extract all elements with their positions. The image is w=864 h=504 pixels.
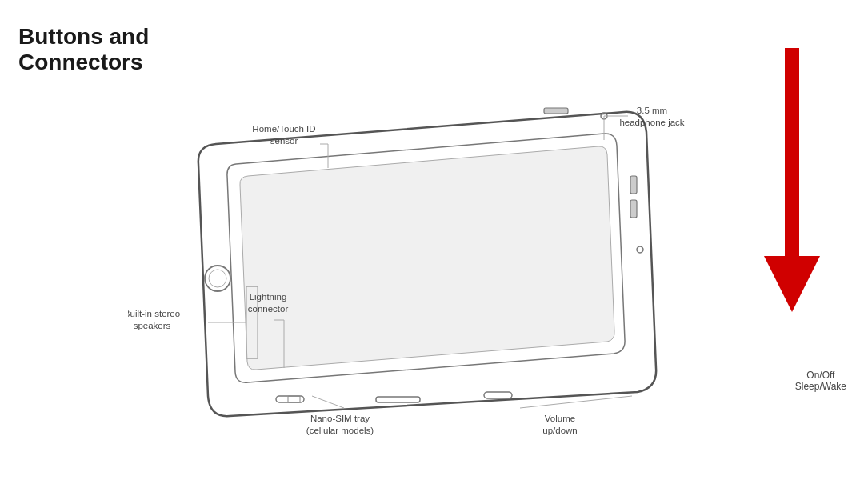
on-off-label: On/OffSleep/Wake: [795, 370, 846, 392]
svg-text:(cellular models): (cellular models): [306, 426, 374, 435]
svg-rect-8: [544, 108, 568, 114]
svg-rect-7: [630, 200, 637, 218]
svg-rect-6: [630, 176, 637, 194]
red-arrow-indicator: [764, 48, 820, 312]
svg-text:Built-in stereo: Built-in stereo: [128, 309, 180, 318]
svg-text:connector: connector: [248, 304, 289, 314]
arrow-head: [764, 256, 820, 312]
svg-text:Volume: Volume: [545, 414, 575, 423]
svg-text:Nano-SIM tray: Nano-SIM tray: [310, 414, 370, 423]
svg-text:Home/Touch ID: Home/Touch ID: [252, 124, 315, 134]
ipad-diagram: Home/Touch ID sensor 3.5 mm headphone ja…: [128, 64, 688, 448]
svg-text:headphone jack: headphone jack: [619, 118, 684, 127]
svg-text:up/down: up/down: [542, 426, 577, 435]
svg-text:Lightning: Lightning: [250, 292, 287, 302]
arrow-shaft: [785, 48, 799, 256]
svg-text:speakers: speakers: [134, 321, 171, 330]
title-line1: Buttons and: [18, 24, 149, 50]
svg-text:3.5 mm: 3.5 mm: [637, 106, 667, 115]
svg-text:sensor: sensor: [270, 136, 298, 146]
